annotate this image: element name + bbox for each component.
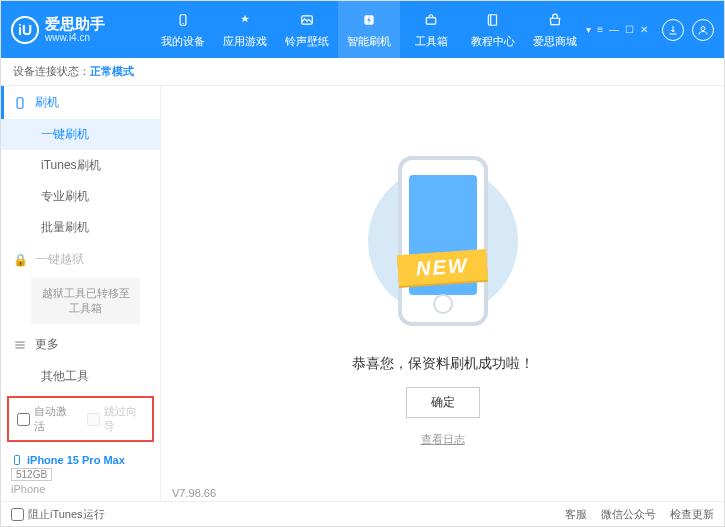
nav-label: 教程中心 <box>471 34 515 49</box>
view-log-link[interactable]: 查看日志 <box>421 432 465 447</box>
footer-link-update[interactable]: 检查更新 <box>670 507 714 522</box>
svg-rect-4 <box>426 18 435 24</box>
confirm-button[interactable]: 确定 <box>406 387 480 418</box>
device-info: iPhone 15 Pro Max 512GB iPhone <box>1 448 160 501</box>
sidebar-group-jailbreak: 🔒 一键越狱 <box>1 243 160 276</box>
group-label: 一键越狱 <box>36 251 84 268</box>
footer-link-wechat[interactable]: 微信公众号 <box>601 507 656 522</box>
image-icon <box>297 10 317 30</box>
sidebar: 刷机 一键刷机 iTunes刷机 专业刷机 批量刷机 🔒 一键越狱 越狱工具已转… <box>1 86 161 501</box>
nav-label: 智能刷机 <box>347 34 391 49</box>
status-bar: 设备连接状态： 正常模式 <box>1 58 724 86</box>
sidebar-item-pro[interactable]: 专业刷机 <box>1 181 160 212</box>
sidebar-group-more[interactable]: 更多 <box>1 328 160 361</box>
version-label: V7.98.66 <box>172 487 216 499</box>
nav-tutorial[interactable]: 教程中心 <box>462 1 524 58</box>
toolbox-icon <box>421 10 441 30</box>
apps-icon <box>235 10 255 30</box>
success-illustration: NEW <box>368 141 518 341</box>
nav-toolbox[interactable]: 工具箱 <box>400 1 462 58</box>
book-icon <box>483 10 503 30</box>
nav-label: 我的设备 <box>161 34 205 49</box>
footer: 阻止iTunes运行 客服 微信公众号 检查更新 <box>1 501 724 527</box>
nav-flash[interactable]: 智能刷机 <box>338 1 400 58</box>
svg-point-6 <box>701 26 705 30</box>
nav-label: 工具箱 <box>415 34 448 49</box>
success-message: 恭喜您，保资料刷机成功啦！ <box>352 355 534 373</box>
top-nav: 我的设备 应用游戏 铃声壁纸 智能刷机 工具箱 教程中心 爱思商城 <box>152 1 586 58</box>
app-url: www.i4.cn <box>45 32 105 43</box>
flash-icon <box>359 10 379 30</box>
nav-ringtone[interactable]: 铃声壁纸 <box>276 1 338 58</box>
app-name: 爱思助手 <box>45 16 105 33</box>
nav-label: 爱思商城 <box>533 34 577 49</box>
svg-rect-11 <box>15 456 20 465</box>
store-icon <box>545 10 565 30</box>
lock-icon: 🔒 <box>13 253 28 267</box>
auto-activate-checkbox[interactable]: 自动激活 <box>17 404 75 434</box>
download-button[interactable] <box>662 19 684 41</box>
options-box: 自动激活 跳过向导 <box>7 396 154 442</box>
nav-my-device[interactable]: 我的设备 <box>152 1 214 58</box>
status-value: 正常模式 <box>90 64 134 79</box>
group-label: 刷机 <box>35 94 59 111</box>
sidebar-group-flash[interactable]: 刷机 <box>1 86 160 119</box>
minimize-icon[interactable]: — <box>609 24 619 35</box>
status-label: 设备连接状态： <box>13 64 90 79</box>
nav-label: 铃声壁纸 <box>285 34 329 49</box>
menu-icon[interactable]: ▾ <box>586 24 591 35</box>
new-ribbon: NEW <box>397 248 488 285</box>
sidebar-item-oneclick[interactable]: 一键刷机 <box>1 119 160 150</box>
main-content: NEW 恭喜您，保资料刷机成功啦！ 确定 查看日志 <box>161 86 724 501</box>
phone-icon <box>173 10 193 30</box>
skip-guide-checkbox[interactable]: 跳过向导 <box>87 404 145 434</box>
logo: iU 爱思助手 www.i4.cn <box>11 16 152 44</box>
nav-label: 应用游戏 <box>223 34 267 49</box>
user-button[interactable] <box>692 19 714 41</box>
close-icon[interactable]: ✕ <box>640 24 648 35</box>
group-label: 更多 <box>35 336 59 353</box>
sidebar-item-itunes[interactable]: iTunes刷机 <box>1 150 160 181</box>
device-type: iPhone <box>11 483 150 495</box>
skin-icon[interactable]: ≡ <box>597 24 603 35</box>
block-itunes-checkbox[interactable]: 阻止iTunes运行 <box>11 507 105 522</box>
device-icon <box>11 454 23 466</box>
jailbreak-note: 越狱工具已转移至工具箱 <box>31 278 140 324</box>
maximize-icon[interactable]: ☐ <box>625 24 634 35</box>
sidebar-item-batch[interactable]: 批量刷机 <box>1 212 160 243</box>
device-name: iPhone 15 Pro Max <box>27 454 125 466</box>
logo-icon: iU <box>11 16 39 44</box>
sidebar-item-other[interactable]: 其他工具 <box>1 361 160 390</box>
device-storage: 512GB <box>11 468 52 481</box>
svg-rect-7 <box>17 97 23 108</box>
nav-store[interactable]: 爱思商城 <box>524 1 586 58</box>
nav-apps[interactable]: 应用游戏 <box>214 1 276 58</box>
footer-link-service[interactable]: 客服 <box>565 507 587 522</box>
